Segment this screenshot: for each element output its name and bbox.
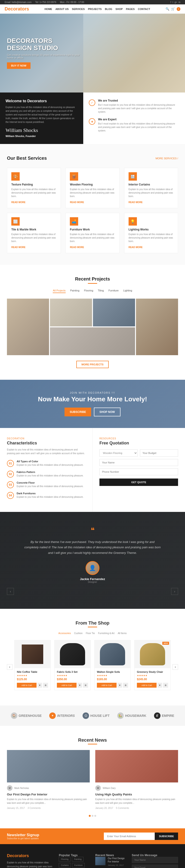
news-comments-0: 3 Comments (28, 807, 41, 809)
quickview-1[interactable]: ⊕ (83, 683, 88, 688)
testimonial-prev[interactable]: ‹ (7, 588, 14, 595)
add-to-cart-0[interactable]: Add to Cart (17, 683, 37, 688)
filter-all[interactable]: All Projects (53, 288, 66, 293)
nav-icons: 🔍 🛒 0 (165, 7, 180, 11)
top-phone1: Tel: 1+756 223 8976 (35, 1, 56, 3)
linkedin-icon[interactable]: in (179, 1, 180, 3)
filter-tiling[interactable]: Tiling (98, 288, 104, 293)
filter-painting[interactable]: Painting (70, 288, 79, 293)
contact-form: SEND MESSAGE (132, 857, 178, 868)
char-item-title-1: Fabrics Pattern (17, 471, 83, 473)
testimonial-next[interactable]: › (171, 588, 178, 595)
page-dot-2[interactable] (91, 815, 94, 817)
quote-name-input[interactable] (100, 459, 178, 466)
service-read-3[interactable]: READ MORE (11, 246, 26, 249)
cta-banner: Join with Decorators !!! Now Make Your H… (0, 380, 185, 428)
facebook-icon[interactable]: f (171, 1, 171, 3)
hero-title: DECORATORS DESIGN STUDIO (7, 37, 85, 52)
googleplus-icon[interactable]: g+ (175, 1, 177, 3)
project-thumb-2[interactable] (50, 299, 92, 327)
wishlist-1[interactable]: ♥ (77, 683, 82, 688)
char-quote-section: Decoration Characteristics Explain to yo… (0, 428, 185, 512)
filter-lighting[interactable]: Lighting (123, 288, 132, 293)
add-to-cart-1[interactable]: Add to Cart (57, 683, 77, 688)
footer-tag-painting[interactable]: Painting (72, 857, 84, 862)
nav-about[interactable]: ABOUT US (55, 8, 69, 10)
shop-cat-all[interactable]: All Items (118, 632, 126, 634)
testimonial-name: Jackie Fernandez (7, 577, 178, 581)
add-to-cart-2[interactable]: Add to Cart (97, 683, 116, 688)
newsletter-submit-button[interactable]: SUBSCRIBE (155, 833, 178, 840)
filter-flooring[interactable]: Flooring (84, 288, 93, 293)
page-dot-1[interactable] (89, 815, 91, 817)
service-read-0[interactable]: READ MORE (11, 201, 26, 204)
service-read-2[interactable]: READ MORE (128, 201, 143, 204)
news-card-title-0[interactable]: Our First Design For Interior (7, 793, 90, 796)
contact-name-input[interactable] (132, 857, 178, 863)
cta-shop-button[interactable]: SHOP NOW (94, 408, 120, 416)
more-projects-button[interactable]: MORE PROJECTS (76, 361, 108, 368)
add-to-cart-3[interactable]: Add to Cart (137, 683, 156, 688)
footer-tag-furniture[interactable]: Furniture (72, 863, 85, 868)
project-thumb-4[interactable] (136, 299, 178, 355)
project-thumb-5[interactable] (50, 328, 135, 355)
quote-submit-button[interactable]: GET QUOTE (100, 478, 178, 486)
twitter-icon[interactable]: t (173, 1, 173, 3)
houselift-name: House Lift (90, 714, 110, 717)
hero-section: DECORATORS DESIGN STUDIO Get creative so… (0, 14, 185, 93)
project-thumb-3[interactable] (93, 299, 135, 327)
shop-cat-cushion[interactable]: Cushion (74, 632, 82, 634)
shop-cat-furnishing[interactable]: Furnishing & Art (98, 632, 114, 634)
news-date-1: January 20, 2017 (95, 807, 113, 809)
nav-contact[interactable]: CONTACT (138, 8, 150, 10)
nav-home[interactable]: HOME (44, 8, 52, 10)
service-card-curtains: 🪟 Interior Curtains Explain to you how a… (124, 168, 178, 208)
service-read-4[interactable]: READ MORE (70, 246, 84, 249)
site-logo[interactable]: Decorators (5, 6, 29, 11)
nav-shop[interactable]: SHOP (115, 8, 122, 10)
service-read-5[interactable]: READ MORE (128, 246, 143, 249)
cart-icon[interactable]: 🛒 (171, 7, 175, 11)
quickview-3[interactable]: ⊕ (163, 683, 168, 688)
footer-tag-curtains[interactable]: Curtains (59, 863, 71, 868)
footer-tag-flooring[interactable]: Flooring (59, 857, 71, 862)
wishlist-0[interactable]: ♥ (37, 683, 42, 688)
quickview-2[interactable]: ⊕ (123, 683, 128, 688)
shop-cat-floor[interactable]: Floor Tie (86, 632, 95, 634)
hero-cta-button[interactable]: BUY IT NOW (7, 62, 31, 69)
contact-email-input[interactable] (132, 865, 178, 868)
char-item-2: 03 Concrete Floor Explain to you how all… (7, 481, 85, 488)
nav-pages[interactable]: PAGES (126, 8, 135, 10)
shop-prev-button[interactable]: ‹ (7, 664, 12, 670)
page-dot-3[interactable] (94, 815, 96, 817)
shop-cat-accessories[interactable]: Accessories (58, 632, 71, 634)
project-thumb-1[interactable] (7, 299, 49, 355)
service-read-1[interactable]: READ MORE (70, 201, 84, 204)
quote-budget-input[interactable] (140, 449, 178, 457)
footer-news-date-0: January 15, 2017 (108, 864, 126, 866)
search-icon[interactable]: 🔍 (165, 7, 169, 11)
quote-open-icon: ❝ (7, 526, 178, 535)
newsletter-email-input[interactable] (104, 833, 155, 840)
cta-subscribe-button[interactable]: SUBSCRIBE (65, 408, 91, 416)
services-more-link[interactable]: MORE SERVICES / (155, 157, 178, 160)
shop-next-button[interactable]: › (173, 664, 178, 670)
quote-phone-input[interactable] (100, 468, 178, 475)
expert-title: We are Expert (98, 118, 180, 121)
quote-service-select[interactable]: Wooden Flooring Texture Painting Interio… (100, 449, 138, 457)
quickview-0[interactable]: ⊕ (43, 683, 48, 688)
wishlist-3[interactable]: ♥ (157, 683, 162, 688)
news-card-desc-0: Explain to you how all this mistaken ide… (7, 798, 90, 805)
author-name-0: Mark Nicholas (14, 787, 29, 789)
nav-blog[interactable]: BLOG (105, 8, 112, 10)
news-card-title-1[interactable]: Using High Quality Paints (95, 793, 178, 796)
projects-section: Recent Projects All Projects Painting Fl… (0, 265, 185, 380)
filter-furniture[interactable]: Furniture (108, 288, 119, 293)
interiors-name: Interiors (57, 714, 75, 717)
newsletter-title: Newsletter Signup (7, 833, 39, 837)
wishlist-2[interactable]: ♥ (117, 683, 122, 688)
footer-news-title-0[interactable]: Our First Design For Interior (108, 857, 126, 863)
nav-services[interactable]: SERVICES (72, 8, 85, 10)
nav-projects[interactable]: PROJECTS (88, 8, 102, 10)
footer-about-col: Decorators Explain to you how all this m… (7, 854, 53, 868)
